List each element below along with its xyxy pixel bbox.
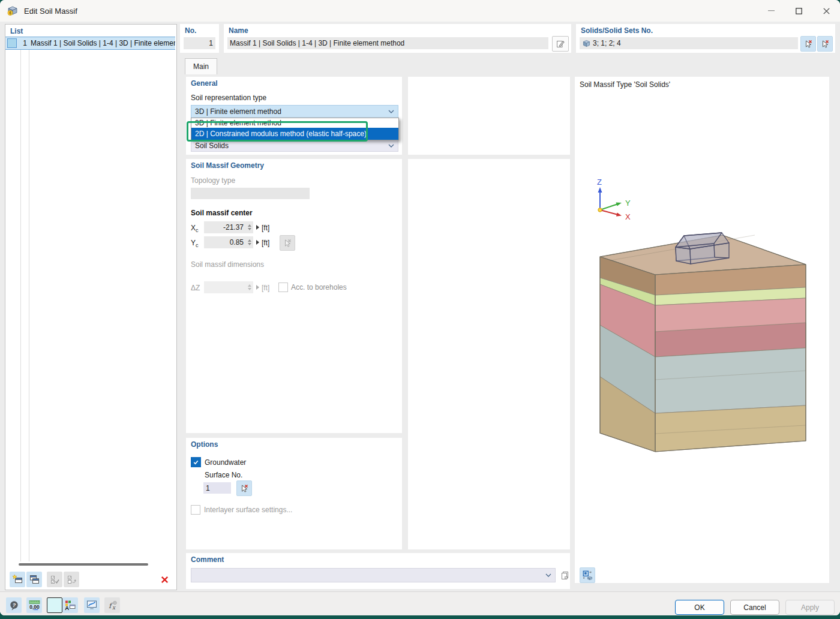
svg-text:A: A	[65, 605, 69, 611]
svg-text:0,00: 0,00	[29, 604, 40, 610]
dz-flyout-arrow	[256, 285, 259, 290]
select-solids-button[interactable]	[800, 36, 816, 52]
solids-field[interactable]: 3; 1; 2; 4	[580, 37, 798, 49]
edit-name-button[interactable]	[552, 36, 569, 52]
list-header: List	[10, 27, 23, 35]
soil-block-3d-view	[575, 77, 829, 583]
background-color-button[interactable]	[47, 597, 62, 613]
svg-text:x: x	[112, 605, 116, 611]
yc-field[interactable]: 0.85	[204, 236, 253, 248]
units-ruler-icon: 0,00	[28, 600, 41, 611]
geometry-header: Soil Massif Geometry	[191, 161, 264, 170]
soil-representation-label: Soil representation type	[191, 94, 266, 102]
list-item-number: 1	[17, 39, 27, 47]
tab-main-label: Main	[193, 62, 209, 71]
cancel-button[interactable]: Cancel	[730, 600, 779, 615]
rendering-mode-button[interactable]	[84, 597, 100, 613]
list-item-massif-1[interactable]: 1 Massif 1 | Soil Solids | 1-4 | 3D | Fi…	[5, 37, 175, 50]
soil-representation-dropdown: 3D | Finite element method 2D | Constrai…	[191, 118, 399, 140]
soil-layer-front-bottom	[655, 405, 806, 452]
list-panel: List 1 Massif 1 | Soil Solids | 1-4 | 3D…	[5, 24, 177, 590]
dz-field	[204, 281, 253, 293]
pick-cursor-icon	[803, 39, 813, 49]
fx-icon: fx	[106, 600, 118, 611]
soil-massif-icon: 6	[7, 5, 18, 16]
xc-label: Xc	[191, 224, 199, 233]
titlebar: 6 Edit Soil Massif	[0, 0, 840, 22]
no-panel: No. 1	[180, 24, 219, 53]
maximize-button[interactable]	[785, 0, 812, 22]
soil-massif-center-label: Soil massif center	[191, 209, 253, 217]
yc-unit: [ft]	[262, 239, 269, 247]
apply-button: Apply	[785, 600, 835, 615]
footer-bar: ? 0,00 A fx OK Cancel Apply	[0, 591, 840, 615]
pick-cursor-icon	[239, 483, 249, 493]
window-title: Edit Soil Massif	[24, 7, 77, 16]
pick-center-button	[280, 235, 295, 251]
topology-type-label: Topology type	[191, 176, 235, 185]
horizontal-scrollbar[interactable]	[19, 563, 148, 566]
help-button[interactable]: ?	[6, 597, 22, 613]
pick-cursor-icon	[820, 39, 830, 49]
pencil-icon	[556, 39, 565, 49]
xc-field[interactable]: -21.37	[204, 221, 253, 233]
pick-surface-button[interactable]	[236, 480, 252, 496]
delete-x-icon	[160, 575, 169, 584]
name-field[interactable]: Massif 1 | Soil Solids | 1-4 | 3D | Fini…	[227, 37, 548, 49]
no-label: No.	[185, 26, 196, 35]
swap-view-icon	[582, 570, 593, 581]
list-column-divider	[20, 37, 21, 561]
chevron-down-icon	[388, 144, 394, 148]
toggle-preview-button[interactable]	[580, 567, 595, 583]
copy-windows-icon	[29, 574, 40, 585]
invert-selection-button	[64, 572, 79, 587]
units-settings-button[interactable]: 0,00	[26, 597, 42, 613]
general-header: General	[191, 79, 218, 88]
yc-spinner[interactable]	[246, 236, 253, 248]
empty-panel-top	[408, 77, 570, 155]
groundwater-checkbox[interactable]	[191, 457, 201, 467]
display-properties-button[interactable]: A	[62, 597, 78, 613]
yc-flyout-arrow[interactable]	[256, 240, 259, 245]
soil-solids-combobox[interactable]: Soil Solids	[191, 139, 398, 152]
soil-block	[600, 235, 806, 452]
house-wireframe	[676, 233, 729, 264]
xc-flyout-arrow[interactable]	[256, 225, 259, 230]
acc-to-boreholes-checkbox[interactable]	[278, 283, 288, 292]
tab-main[interactable]: Main	[185, 58, 217, 74]
options-panel: Options Groundwater Surface No. 1 Interl…	[186, 438, 402, 549]
copy-comment-button[interactable]	[558, 569, 571, 582]
dropdown-option-2d[interactable]: 2D | Constrained modulus method (elastic…	[191, 128, 398, 140]
surface-no-field[interactable]: 1	[203, 482, 231, 494]
edit-soil-massif-dialog: 6 Edit Soil Massif List 1 Massif 1 | Soi…	[0, 0, 840, 615]
soil-representation-combobox[interactable]: 3D | Finite element method	[191, 105, 398, 118]
minimize-button[interactable]	[757, 0, 785, 22]
dialog-body: List 1 Massif 1 | Soil Solids | 1-4 | 3D…	[0, 22, 840, 615]
chevron-down-icon	[388, 110, 394, 113]
geometry-panel: Soil Massif Geometry Topology type Soil …	[186, 159, 402, 433]
name-panel: Name Massif 1 | Soil Solids | 1-4 | 3D |…	[224, 24, 571, 53]
no-field: 1	[184, 37, 215, 49]
new-massif-button[interactable]	[10, 572, 25, 587]
groundwater-label: Groundwater	[205, 458, 246, 467]
svg-text:6: 6	[9, 11, 11, 15]
interlayer-surface-checkbox	[191, 505, 200, 515]
preview-panel: Soil Massif Type 'Soil Solids' Z Y X	[575, 77, 829, 583]
dz-unit: [ft]	[262, 284, 269, 292]
xc-spinner[interactable]	[246, 221, 253, 233]
list-column-divider	[29, 37, 29, 561]
xc-unit: [ft]	[262, 224, 269, 232]
formula-button: fx	[104, 597, 120, 613]
select-solid-sets-button[interactable]	[817, 36, 833, 52]
copy-massif-button[interactable]	[26, 572, 42, 587]
soil-massif-dimensions-label: Soil massif dimensions	[191, 260, 264, 269]
dropdown-option-3d[interactable]: 3D | Finite element method	[191, 118, 398, 128]
empty-panel-middle	[408, 159, 570, 549]
solids-panel: Solids/Solid Sets No. 3; 1; 2; 4	[576, 24, 835, 53]
delete-massif-button[interactable]	[157, 572, 172, 587]
close-button[interactable]	[812, 0, 840, 22]
comment-combobox[interactable]	[191, 568, 556, 582]
checkboxes-check-icon	[49, 574, 61, 585]
ok-button[interactable]: OK	[675, 600, 724, 615]
monitor-icon	[86, 600, 98, 611]
